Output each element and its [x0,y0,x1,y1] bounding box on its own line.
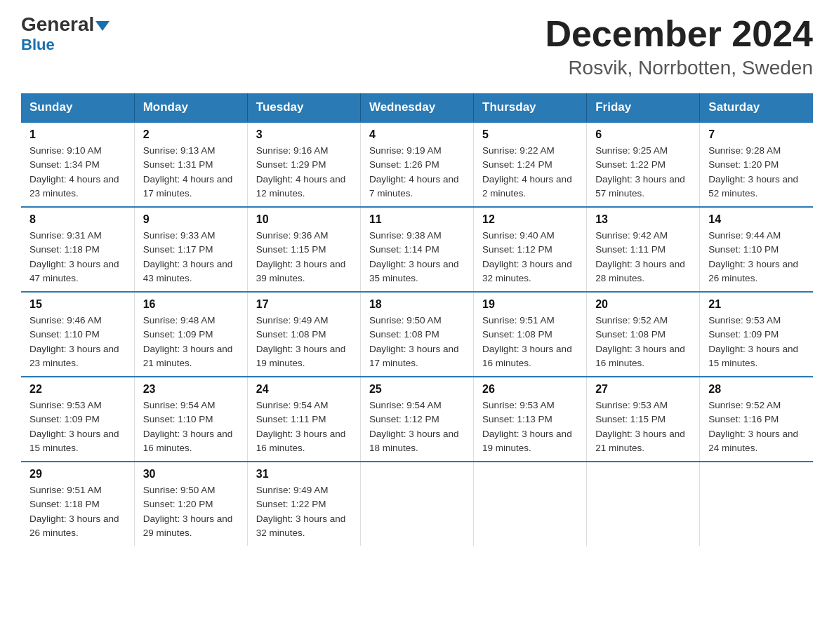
calendar-cell: 14 Sunrise: 9:44 AMSunset: 1:10 PMDaylig… [700,207,813,292]
day-number: 4 [369,128,465,141]
day-number: 13 [595,213,691,226]
calendar-cell: 11 Sunrise: 9:38 AMSunset: 1:14 PMDaylig… [360,207,473,292]
header-tuesday: Tuesday [247,93,360,122]
calendar-cell: 21 Sunrise: 9:53 AMSunset: 1:09 PMDaylig… [700,292,813,377]
header-wednesday: Wednesday [360,93,473,122]
day-number: 7 [708,128,805,141]
header-sunday: Sunday [21,93,134,122]
day-number: 12 [482,213,578,226]
logo-blue: Blue [21,36,55,54]
header-saturday: Saturday [700,93,813,122]
calendar-cell [360,462,473,546]
day-number: 30 [143,468,239,481]
day-info: Sunrise: 9:48 AMSunset: 1:09 PMDaylight:… [143,314,239,370]
day-number: 27 [595,383,691,396]
calendar-cell: 15 Sunrise: 9:46 AMSunset: 1:10 PMDaylig… [21,292,134,377]
day-number: 16 [143,298,239,311]
day-info: Sunrise: 9:51 AMSunset: 1:18 PMDaylight:… [29,483,126,540]
day-info: Sunrise: 9:19 AMSunset: 1:26 PMDaylight:… [369,144,465,201]
day-number: 19 [482,298,578,311]
calendar-cell: 19 Sunrise: 9:51 AMSunset: 1:08 PMDaylig… [474,292,587,377]
calendar-cell [587,462,700,546]
header-monday: Monday [134,93,247,122]
calendar-cell: 10 Sunrise: 9:36 AMSunset: 1:15 PMDaylig… [247,207,360,292]
header-thursday: Thursday [474,93,587,122]
calendar-cell: 3 Sunrise: 9:16 AMSunset: 1:29 PMDayligh… [247,122,360,207]
calendar-cell: 27 Sunrise: 9:53 AMSunset: 1:15 PMDaylig… [587,377,700,462]
calendar-cell: 7 Sunrise: 9:28 AMSunset: 1:20 PMDayligh… [700,122,813,207]
day-number: 10 [256,213,352,226]
calendar-week-row: 29 Sunrise: 9:51 AMSunset: 1:18 PMDaylig… [21,462,813,546]
day-number: 22 [29,383,126,396]
calendar-cell: 28 Sunrise: 9:52 AMSunset: 1:16 PMDaylig… [700,377,813,462]
day-info: Sunrise: 9:38 AMSunset: 1:14 PMDaylight:… [369,229,465,286]
day-number: 20 [595,298,691,311]
calendar-cell: 18 Sunrise: 9:50 AMSunset: 1:08 PMDaylig… [360,292,473,377]
day-info: Sunrise: 9:52 AMSunset: 1:08 PMDaylight:… [595,314,691,370]
page-header: General Blue December 2024 Rosvik, Norrb… [21,14,813,79]
calendar-cell: 25 Sunrise: 9:54 AMSunset: 1:12 PMDaylig… [360,377,473,462]
day-info: Sunrise: 9:44 AMSunset: 1:10 PMDaylight:… [708,229,805,286]
day-number: 24 [256,383,352,396]
day-info: Sunrise: 9:54 AMSunset: 1:12 PMDaylight:… [369,398,465,455]
location-title: Rosvik, Norrbotten, Sweden [545,57,813,79]
day-info: Sunrise: 9:33 AMSunset: 1:17 PMDaylight:… [143,229,239,286]
calendar-cell: 26 Sunrise: 9:53 AMSunset: 1:13 PMDaylig… [474,377,587,462]
calendar-week-row: 22 Sunrise: 9:53 AMSunset: 1:09 PMDaylig… [21,377,813,462]
day-number: 15 [29,298,126,311]
calendar-cell [474,462,587,546]
calendar-cell: 12 Sunrise: 9:40 AMSunset: 1:12 PMDaylig… [474,207,587,292]
day-number: 25 [369,383,465,396]
day-info: Sunrise: 9:10 AMSunset: 1:34 PMDaylight:… [29,144,126,201]
day-number: 1 [29,128,126,141]
day-number: 23 [143,383,239,396]
calendar-cell: 23 Sunrise: 9:54 AMSunset: 1:10 PMDaylig… [134,377,247,462]
calendar-cell: 30 Sunrise: 9:50 AMSunset: 1:20 PMDaylig… [134,462,247,546]
calendar-cell: 13 Sunrise: 9:42 AMSunset: 1:11 PMDaylig… [587,207,700,292]
day-number: 3 [256,128,352,141]
calendar-cell: 5 Sunrise: 9:22 AMSunset: 1:24 PMDayligh… [474,122,587,207]
calendar-cell: 22 Sunrise: 9:53 AMSunset: 1:09 PMDaylig… [21,377,134,462]
calendar-cell: 31 Sunrise: 9:49 AMSunset: 1:22 PMDaylig… [247,462,360,546]
day-info: Sunrise: 9:49 AMSunset: 1:22 PMDaylight:… [256,483,352,540]
day-number: 26 [482,383,578,396]
day-info: Sunrise: 9:36 AMSunset: 1:15 PMDaylight:… [256,229,352,286]
day-number: 2 [143,128,239,141]
day-info: Sunrise: 9:50 AMSunset: 1:08 PMDaylight:… [369,314,465,370]
calendar-week-row: 15 Sunrise: 9:46 AMSunset: 1:10 PMDaylig… [21,292,813,377]
calendar-cell: 9 Sunrise: 9:33 AMSunset: 1:17 PMDayligh… [134,207,247,292]
calendar-cell: 4 Sunrise: 9:19 AMSunset: 1:26 PMDayligh… [360,122,473,207]
day-number: 11 [369,213,465,226]
calendar-cell: 16 Sunrise: 9:48 AMSunset: 1:09 PMDaylig… [134,292,247,377]
day-number: 17 [256,298,352,311]
day-info: Sunrise: 9:25 AMSunset: 1:22 PMDaylight:… [595,144,691,201]
calendar-table: SundayMondayTuesdayWednesdayThursdayFrid… [21,93,813,546]
day-number: 18 [369,298,465,311]
day-info: Sunrise: 9:53 AMSunset: 1:09 PMDaylight:… [708,314,805,370]
day-info: Sunrise: 9:53 AMSunset: 1:13 PMDaylight:… [482,398,578,455]
calendar-cell: 17 Sunrise: 9:49 AMSunset: 1:08 PMDaylig… [247,292,360,377]
day-number: 8 [29,213,126,226]
logo: General Blue [21,14,110,54]
calendar-cell: 1 Sunrise: 9:10 AMSunset: 1:34 PMDayligh… [21,122,134,207]
day-info: Sunrise: 9:51 AMSunset: 1:08 PMDaylight:… [482,314,578,370]
month-title: December 2024 [545,14,813,54]
day-info: Sunrise: 9:52 AMSunset: 1:16 PMDaylight:… [708,398,805,455]
title-section: December 2024 Rosvik, Norrbotten, Sweden [545,14,813,79]
day-number: 29 [29,468,126,481]
day-number: 6 [595,128,691,141]
calendar-cell [700,462,813,546]
day-info: Sunrise: 9:53 AMSunset: 1:09 PMDaylight:… [29,398,126,455]
calendar-cell: 24 Sunrise: 9:54 AMSunset: 1:11 PMDaylig… [247,377,360,462]
day-number: 14 [708,213,805,226]
calendar-week-row: 1 Sunrise: 9:10 AMSunset: 1:34 PMDayligh… [21,122,813,207]
day-info: Sunrise: 9:22 AMSunset: 1:24 PMDaylight:… [482,144,578,201]
day-info: Sunrise: 9:54 AMSunset: 1:11 PMDaylight:… [256,398,352,455]
day-number: 28 [708,383,805,396]
day-number: 9 [143,213,239,226]
day-number: 21 [708,298,805,311]
day-info: Sunrise: 9:53 AMSunset: 1:15 PMDaylight:… [595,398,691,455]
day-info: Sunrise: 9:46 AMSunset: 1:10 PMDaylight:… [29,314,126,370]
day-number: 31 [256,468,352,481]
header-friday: Friday [587,93,700,122]
